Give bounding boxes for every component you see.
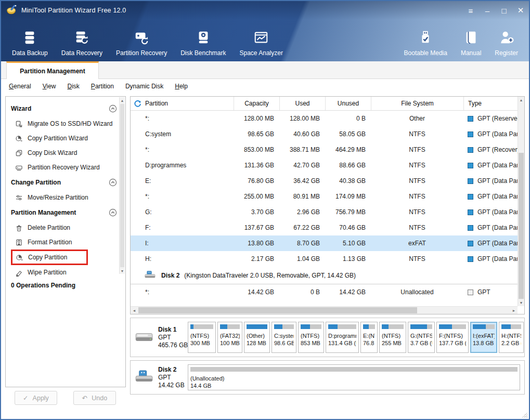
sidebar-scrollbar[interactable]: ▲ ▼ <box>119 97 125 274</box>
sidebar-item-copy-partition-wizard[interactable]: Copy Partition Wizard <box>11 131 117 146</box>
toolbar-disk-benchmark[interactable]: Disk Benchmark <box>174 20 232 61</box>
scroll-left-icon[interactable]: ◄ <box>131 307 138 314</box>
table-row-partition-f[interactable]: F:137.67 GB67.22 GB70.46 GBNTFSGPT (Data… <box>131 220 518 235</box>
toolbar-data-backup[interactable]: Data Backup <box>5 20 55 61</box>
horizontal-scrollbar[interactable]: ◄ ► <box>131 306 518 314</box>
close-button[interactable]: ✕ <box>512 1 529 20</box>
column-header-partition[interactable]: Partition <box>144 97 234 110</box>
resize-grip[interactable] <box>522 412 527 417</box>
toolbar-bootable-media[interactable]: Bootable Media <box>397 20 454 61</box>
apply-button[interactable]: ✓ Apply <box>15 391 57 405</box>
table-row-partition-i[interactable]: I:13.80 GB8.70 GB5.10 GBexFATGPT (Data P… <box>131 235 518 251</box>
disk-block-unallocated[interactable]: (Unallocated)14.4 GB <box>188 364 520 390</box>
disk-block-e-ntfs[interactable]: E:(NTFS)76.8 ( <box>360 322 378 353</box>
sidebar-item-delete-partition[interactable]: Delete Partition <box>11 220 117 235</box>
v-scrollbar-thumb[interactable] <box>519 153 524 299</box>
undo-button[interactable]: ↶ Undo <box>73 391 116 405</box>
column-header-file-system[interactable]: File System <box>371 97 463 110</box>
table-row-partition-[interactable]: *:853.00 MB388.71 MB464.29 MBNTFSGPT (Re… <box>131 142 518 158</box>
menu-disk[interactable]: Disk <box>62 83 85 90</box>
partition-type-label: GPT (Data Partitio <box>477 193 518 200</box>
chevron-up-circle-icon[interactable] <box>109 178 117 187</box>
table-row-partition-h[interactable]: H:2.17 GB1.04 GB1.13 GBNTFSGPT (Data Par… <box>131 251 518 267</box>
usage-bar <box>301 324 321 329</box>
scroll-up-icon[interactable]: ▲ <box>120 97 125 103</box>
disk-info: (Kingston DataTraveler 2.0 USB, Removabl… <box>184 272 356 279</box>
disk-block-f-ntfs[interactable]: F:(NTFS)137.7 GB (U <box>436 322 469 353</box>
menu-view[interactable]: View <box>37 83 62 90</box>
scroll-down-icon[interactable]: ▼ <box>518 299 524 306</box>
wipe-partition-icon <box>15 269 23 277</box>
minimize-button[interactable]: – <box>479 1 496 20</box>
partition-type-icon <box>468 209 473 215</box>
menu-button[interactable]: ≡ <box>462 1 479 20</box>
sidebar-item-partition-recovery-wizard[interactable]: Partition Recovery Wizard <box>11 160 117 175</box>
toolbar-right-group: Bootable MediaManualRegister <box>397 20 525 61</box>
partition-type-label: GPT (Recovery Pa <box>477 146 518 153</box>
block-size: 131.4 GB (U <box>328 339 356 347</box>
disk-block-h-ntfs[interactable]: H:(NTFS)2.2 GB (U <box>499 322 524 353</box>
table-row-partition-g[interactable]: G:3.70 GB2.96 GB756.79 MBNTFSGPT (Data P… <box>131 204 518 220</box>
menu-bar: GeneralViewDiskPartitionDynamic DiskHelp <box>1 79 529 94</box>
chevron-up-circle-icon[interactable] <box>109 208 117 217</box>
data-backup-icon <box>22 30 37 49</box>
column-header-used[interactable]: Used <box>279 97 325 110</box>
sidebar-item-copy-partition[interactable]: Copy Partition <box>11 250 88 265</box>
disk-block-i-exfat[interactable]: I:(exFAT)13.8 GB <box>470 322 497 353</box>
disk-block-ntfs[interactable]: (NTFS)853 MB <box>298 322 324 353</box>
menu-partition[interactable]: Partition <box>85 83 120 90</box>
table-row-partition-c-system[interactable]: C:system98.65 GB40.60 GB58.05 GBNTFSGPT … <box>131 126 518 142</box>
chevron-up-circle-icon[interactable] <box>109 104 117 113</box>
h-scrollbar-thumb[interactable] <box>138 307 417 313</box>
menu-general[interactable]: General <box>3 83 37 90</box>
sidebar-item-migrate-os-to-ssd-hd-wizard[interactable]: Migrate OS to SSD/HD Wizard <box>11 116 117 131</box>
toolbar-partition-recovery[interactable]: Partition Recovery <box>109 20 174 61</box>
disk-block-c-system[interactable]: C:system98.6 GB <box>272 322 296 353</box>
toolbar-register[interactable]: Register <box>488 20 525 61</box>
scroll-down-icon[interactable]: ▼ <box>120 268 125 274</box>
sidebar-item-format-partition[interactable]: Format Partition <box>11 235 117 250</box>
disk-block-ntfs[interactable]: (NTFS)255 MB <box>379 322 406 353</box>
disk-block-fat32[interactable]: (FAT32)100 MB <box>217 322 242 353</box>
disk-separator-row[interactable]: Disk 2(Kingston DataTraveler 2.0 USB, Re… <box>131 267 518 284</box>
sidebar-scrollbar-thumb[interactable] <box>120 104 124 267</box>
partition-type-icon <box>468 163 473 168</box>
column-header-capacity[interactable]: Capacity <box>234 97 279 110</box>
table-row-partition-d-programmes[interactable]: D:programmes131.36 GB42.70 GB88.66 GBNTF… <box>131 158 518 173</box>
column-header-unused[interactable]: Unused <box>325 97 371 110</box>
disk-block-g-ntfs[interactable]: G:(NTFS)3.7 GB (U <box>408 322 435 353</box>
table-row-partition-[interactable]: *:128.00 MB128.00 MB0 BOtherGPT (Reserve… <box>131 111 518 126</box>
titlebar: MiniTool Partition Wizard Free 12.0 ≡–□✕ <box>1 1 529 20</box>
partition-type-label: GPT (Data Partitio <box>477 208 518 216</box>
scroll-right-icon[interactable]: ► <box>510 307 518 314</box>
toolbar-manual[interactable]: Manual <box>454 20 488 61</box>
sidebar-item-move-resize-partition[interactable]: Move/Resize Partition <box>11 190 117 205</box>
disk-block-ntfs[interactable]: (NTFS)300 MB <box>188 322 216 353</box>
maximize-button[interactable]: □ <box>496 1 512 20</box>
copy-partition-icon <box>16 254 23 261</box>
toolbar-data-recovery[interactable]: Data Recovery <box>55 20 109 61</box>
left-column: ▲ ▼ WizardMigrate OS to SSD/HD WizardCop… <box>5 96 126 419</box>
data-recovery-icon <box>74 30 89 49</box>
refresh-icon[interactable] <box>131 100 144 108</box>
tab-partition-management[interactable]: Partition Management <box>6 61 99 79</box>
table-row-partition-[interactable]: *:14.42 GB0 B14.42 GBUnallocatedGPT <box>131 284 518 300</box>
sidebar-item-copy-disk-wizard[interactable]: Copy Disk Wizard <box>11 146 117 160</box>
column-header-type[interactable]: Type <box>463 97 518 110</box>
table-row-partition-[interactable]: *:255.00 MB80.91 MB174.09 MBNTFSGPT (Dat… <box>131 189 518 204</box>
block-size: 255 MB <box>382 339 404 347</box>
format-partition-icon <box>15 239 23 246</box>
copy-disk-icon <box>15 149 23 157</box>
sidebar-item-label: Delete Partition <box>28 224 70 231</box>
disk-block-other[interactable]: (Other)128 MB <box>244 322 270 353</box>
toolbar-space-analyzer[interactable]: Space Analyzer <box>233 20 290 61</box>
sidebar-item-label: Wipe Partition <box>28 269 67 276</box>
disk-block-d-programmes[interactable]: D:programmes131.4 GB (U <box>326 322 359 353</box>
bootable-media-icon <box>418 30 433 49</box>
scroll-up-icon[interactable]: ▲ <box>518 97 524 103</box>
vertical-scrollbar[interactable]: ▲ ▼ <box>518 97 524 306</box>
menu-dynamic-disk[interactable]: Dynamic Disk <box>120 83 169 90</box>
sidebar-item-wipe-partition[interactable]: Wipe Partition <box>11 265 117 280</box>
table-row-partition-e[interactable]: E:76.80 GB36.42 GB40.38 GBNTFSGPT (Data … <box>131 173 518 189</box>
menu-help[interactable]: Help <box>169 83 193 90</box>
